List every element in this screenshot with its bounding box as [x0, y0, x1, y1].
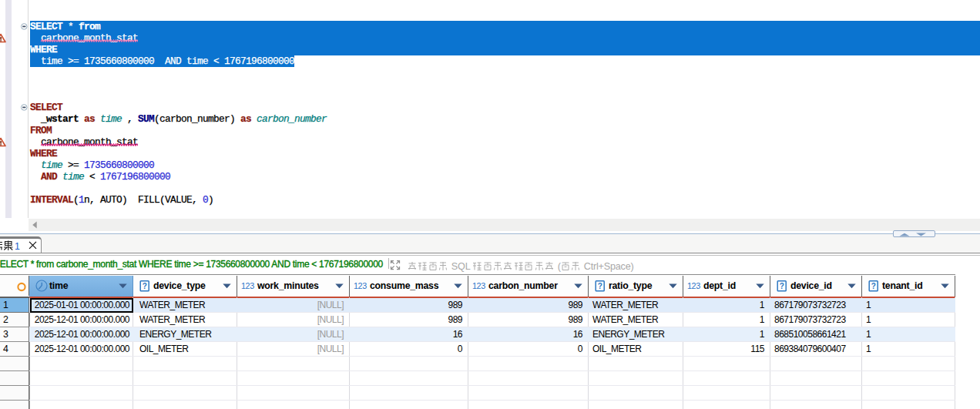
svg-text:?: ?	[871, 282, 876, 290]
svg-text:?: ?	[598, 282, 602, 290]
svg-text:?: ?	[143, 282, 147, 290]
svg-text:1: 1	[15, 241, 20, 252]
svg-text:?: ?	[780, 282, 784, 290]
